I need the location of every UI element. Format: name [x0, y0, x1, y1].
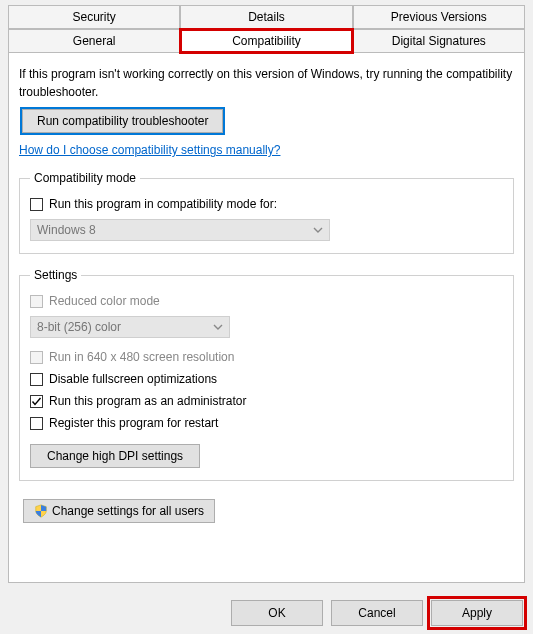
- change-dpi-button[interactable]: Change high DPI settings: [30, 444, 200, 468]
- tab-compatibility[interactable]: Compatibility: [180, 29, 352, 53]
- settings-group: Settings Reduced color mode 8-bit (256) …: [19, 268, 514, 481]
- properties-dialog: Security Details Previous Versions Gener…: [0, 0, 533, 634]
- compatibility-panel: If this program isn't working correctly …: [8, 53, 525, 583]
- apply-button[interactable]: Apply: [431, 600, 523, 626]
- manual-settings-link[interactable]: How do I choose compatibility settings m…: [19, 143, 280, 157]
- color-mode-select: 8-bit (256) color: [30, 316, 230, 338]
- tab-digital-signatures[interactable]: Digital Signatures: [353, 29, 525, 53]
- compatibility-mode-group: Compatibility mode Run this program in c…: [19, 171, 514, 254]
- register-restart-checkbox[interactable]: [30, 417, 43, 430]
- register-restart-label: Register this program for restart: [49, 416, 218, 430]
- checkmark-icon: [31, 396, 42, 407]
- shield-icon: [34, 504, 48, 518]
- tab-compatibility-label: Compatibility: [232, 34, 301, 48]
- dialog-buttons: OK Cancel Apply: [231, 600, 523, 626]
- cancel-button[interactable]: Cancel: [331, 600, 423, 626]
- compat-mode-checkbox[interactable]: [30, 198, 43, 211]
- compat-mode-label: Run this program in compatibility mode f…: [49, 197, 277, 211]
- tab-previous-versions[interactable]: Previous Versions: [353, 5, 525, 29]
- compat-mode-select-value: Windows 8: [37, 223, 96, 237]
- ok-button[interactable]: OK: [231, 600, 323, 626]
- change-all-users-label: Change settings for all users: [52, 504, 204, 518]
- tab-strip: Security Details Previous Versions Gener…: [0, 0, 533, 53]
- run-as-admin-label: Run this program as an administrator: [49, 394, 246, 408]
- color-mode-value: 8-bit (256) color: [37, 320, 121, 334]
- compat-mode-legend: Compatibility mode: [30, 171, 140, 185]
- run-as-admin-checkbox[interactable]: [30, 395, 43, 408]
- tab-general[interactable]: General: [8, 29, 180, 53]
- tab-details[interactable]: Details: [180, 5, 352, 29]
- disable-fullscreen-checkbox[interactable]: [30, 373, 43, 386]
- reduced-color-checkbox: [30, 295, 43, 308]
- settings-legend: Settings: [30, 268, 81, 282]
- compat-mode-select[interactable]: Windows 8: [30, 219, 330, 241]
- tab-security[interactable]: Security: [8, 5, 180, 29]
- chevron-down-icon: [213, 322, 223, 332]
- run-troubleshooter-button[interactable]: Run compatibility troubleshooter: [22, 109, 223, 133]
- change-all-users-button[interactable]: Change settings for all users: [23, 499, 215, 523]
- intro-text: If this program isn't working correctly …: [19, 65, 514, 101]
- disable-fullscreen-label: Disable fullscreen optimizations: [49, 372, 217, 386]
- chevron-down-icon: [313, 225, 323, 235]
- run-640-checkbox: [30, 351, 43, 364]
- reduced-color-label: Reduced color mode: [49, 294, 160, 308]
- run-640-label: Run in 640 x 480 screen resolution: [49, 350, 234, 364]
